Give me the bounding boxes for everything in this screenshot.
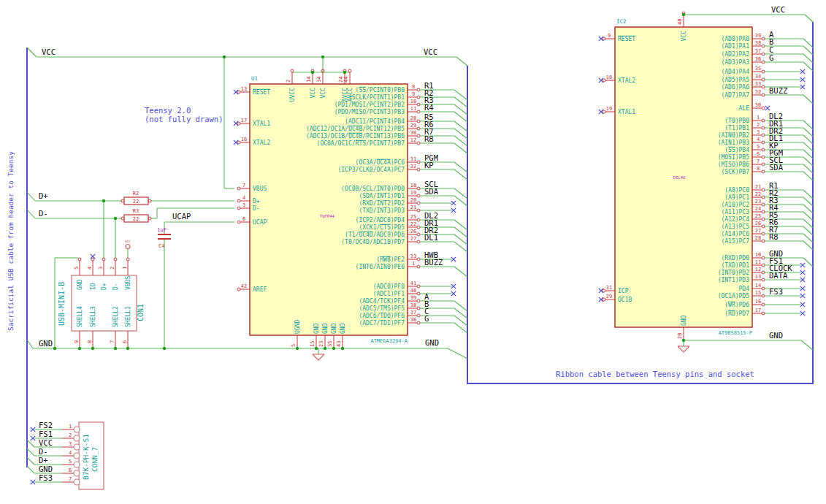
u1-pin-number: 44 (343, 77, 349, 83)
note-ribbon-cable[interactable]: Ribbon cable between Teensy pins and soc… (556, 370, 754, 378)
net-label-r8[interactable]: R8 (769, 232, 779, 241)
wire[interactable] (27, 457, 34, 465)
capacitor-ref[interactable]: C4 (158, 243, 164, 249)
net-label-ucap[interactable]: UCAP (172, 212, 191, 221)
wire[interactable] (456, 57, 467, 66)
note-teensy-line1[interactable]: Teensy 2.0 (145, 106, 191, 115)
net-label-vcc[interactable]: VCC (771, 5, 785, 14)
net-label-sda[interactable]: SDA (424, 187, 439, 196)
wire[interactable] (803, 241, 813, 250)
u1-reference[interactable]: U1 (251, 75, 258, 82)
wire[interactable] (27, 340, 33, 348)
net-label-dplus[interactable]: D+ (39, 191, 48, 200)
u1-pin-number: 41 (410, 280, 416, 286)
capacitor-value[interactable]: 1uF (157, 227, 167, 233)
net-label-g[interactable]: G (769, 53, 773, 62)
net-label-r8[interactable]: R8 (424, 134, 434, 143)
wire[interactable] (803, 54, 813, 63)
wire[interactable] (803, 258, 813, 267)
wire[interactable] (803, 150, 813, 159)
wire[interactable] (803, 135, 813, 144)
wire[interactable] (803, 39, 813, 47)
ic2-pin-number: 32 (755, 89, 761, 95)
wire[interactable] (805, 15, 813, 22)
u1-pin-name: (RXD/INT2)PD2 (359, 200, 405, 207)
net-label-g[interactable]: G (424, 314, 429, 323)
wire[interactable] (801, 340, 813, 350)
ic2-part-name[interactable]: AT90S8515-P (719, 330, 752, 336)
wire[interactable] (803, 128, 813, 137)
net-label-vcc[interactable]: VCC (39, 438, 53, 447)
net-label-vcc[interactable]: VCC (424, 47, 437, 56)
net-label-fs3[interactable]: FS3 (769, 287, 783, 296)
resistor-ref[interactable]: R3 (133, 208, 139, 214)
net-label-dl1[interactable]: DL1 (424, 233, 438, 242)
net-label-fs3[interactable]: FS3 (39, 473, 53, 482)
net-label-gnd[interactable]: GND (769, 331, 783, 340)
resistor-value[interactable]: 22 (133, 216, 139, 222)
wire[interactable] (803, 95, 813, 104)
net-label-gnd[interactable]: GND (39, 465, 53, 473)
conn7-reference[interactable]: CONN_7 (91, 447, 99, 472)
con1-part-name[interactable]: USB-MINI-B (58, 282, 66, 326)
resistor-ref[interactable]: R2 (133, 191, 139, 196)
net-label-fs2[interactable]: FS2 (39, 421, 53, 429)
net-label-buzz[interactable]: BUZZ (769, 86, 787, 95)
wire[interactable] (803, 234, 813, 243)
ic2-pin-name: (INT0)PD2 (718, 270, 750, 276)
wire[interactable] (803, 197, 813, 206)
wire[interactable] (27, 466, 34, 473)
wire[interactable] (803, 226, 813, 235)
wire[interactable] (803, 205, 813, 213)
pin-end-circle (762, 218, 765, 221)
wire[interactable] (27, 448, 34, 456)
net-label-gnd[interactable]: GND (39, 339, 53, 348)
ic2-pin-name: XTAL1 (618, 109, 635, 115)
ic2-pin-number: 7 (757, 159, 760, 164)
net-label-buzz[interactable]: BUZZ (424, 258, 443, 267)
note-teensy-line2[interactable]: (not fully drawn) (145, 115, 223, 123)
net-label-r4[interactable]: R4 (424, 103, 434, 112)
wire[interactable] (454, 267, 467, 277)
wire[interactable] (803, 164, 813, 173)
wire[interactable] (803, 190, 813, 199)
ic2-pin-name: (SCK)PB7 (721, 169, 749, 175)
net-label-sda[interactable]: SDA (769, 163, 784, 172)
wire[interactable] (803, 172, 813, 180)
u1-pin-name: (ADC13/OC1B/OC4B/PCINT13)PB6 (306, 133, 405, 140)
net-label-dminus[interactable]: D- (39, 209, 48, 218)
pin-end-circle (762, 53, 765, 56)
resistor-value[interactable]: 22 (133, 199, 139, 205)
net-label-data[interactable]: DATA (769, 271, 788, 280)
u1-pin-number: 26 (410, 229, 416, 234)
net-label-d-[interactable]: D- (39, 447, 48, 456)
conn7-part-name[interactable]: B7K-PH-K-S1 (82, 434, 90, 480)
net-label-kp[interactable]: KP (424, 161, 434, 169)
junction-dot (324, 347, 326, 350)
wire[interactable] (27, 47, 37, 57)
wire[interactable] (803, 121, 813, 129)
wire[interactable] (27, 440, 34, 447)
net-label-d+[interactable]: D+ (39, 456, 48, 465)
con1-pin-name: VBUS (125, 276, 131, 290)
junction-dot (341, 347, 344, 350)
wire[interactable] (803, 46, 813, 55)
net-label-gnd[interactable]: GND (425, 338, 439, 347)
wire[interactable] (27, 210, 35, 218)
wire[interactable] (803, 142, 813, 151)
wire[interactable] (448, 348, 467, 359)
schematic-canvas[interactable]: Sacrificial USB cable from header to Tee… (0, 0, 826, 504)
wire[interactable] (803, 212, 813, 221)
pin-end-circle (762, 85, 765, 88)
wire[interactable] (27, 192, 35, 201)
ic2-footprint: DIL40 (673, 175, 686, 180)
con1-pin-number: 4 (87, 267, 93, 270)
net-label-vcc[interactable]: VCC (42, 47, 56, 56)
ic2-reference[interactable]: IC2 (616, 18, 627, 25)
con1-reference[interactable]: CON1 (137, 304, 145, 321)
wire[interactable] (803, 157, 813, 166)
wire[interactable] (803, 219, 813, 228)
note-sacrificial-usb-cable[interactable]: Sacrificial USB cable from header to Tee… (7, 151, 15, 331)
net-label-fs1[interactable]: FS1 (39, 429, 53, 438)
u1-part-name[interactable]: ATMEGA32U4-A (370, 338, 408, 344)
